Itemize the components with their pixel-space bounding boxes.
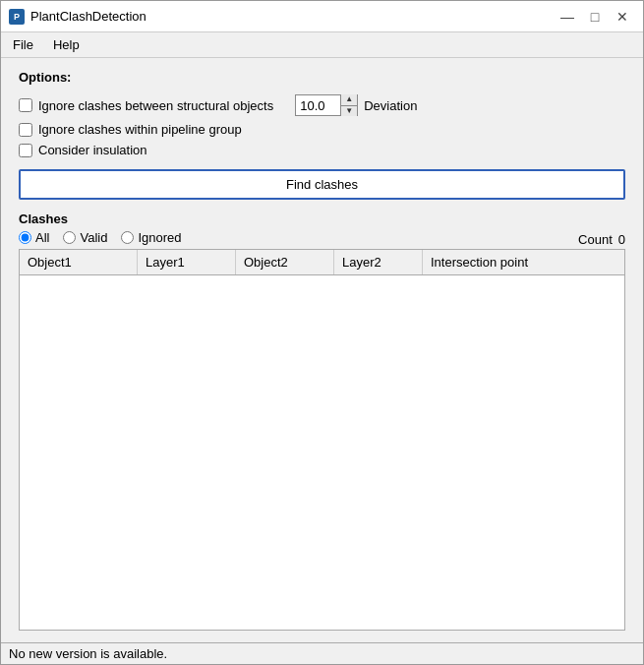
- window-title: PlantClashDetection: [30, 9, 555, 24]
- checkbox-pipeline-label[interactable]: Ignore clashes within pipeline group: [38, 122, 242, 137]
- close-button[interactable]: ✕: [610, 6, 635, 28]
- clashes-section: Clashes All Valid Ignored: [19, 212, 625, 631]
- deviation-input-wrapper: ▲ ▼: [295, 94, 358, 116]
- radio-ignored-input[interactable]: [121, 231, 134, 244]
- spinner-down-button[interactable]: ▼: [341, 106, 357, 117]
- menu-file[interactable]: File: [5, 34, 41, 55]
- count-value: 0: [618, 232, 625, 247]
- option-row-1: Ignore clashes between structural object…: [19, 94, 625, 116]
- checkbox-pipeline[interactable]: [19, 123, 32, 137]
- col-layer1: Layer1: [138, 250, 236, 274]
- options-label: Options:: [19, 70, 625, 85]
- count-label: Count: [578, 232, 613, 247]
- checkbox-structural[interactable]: [19, 98, 32, 112]
- spinner-buttons: ▲ ▼: [340, 94, 357, 116]
- minimize-button[interactable]: —: [555, 6, 580, 28]
- maximize-button[interactable]: □: [582, 6, 608, 28]
- options-section: Options: Ignore clashes between structur…: [19, 70, 625, 157]
- col-intersection: Intersection point: [423, 250, 624, 274]
- radio-valid[interactable]: Valid: [63, 230, 107, 245]
- deviation-input[interactable]: [296, 95, 340, 115]
- clashes-table: Object1 Layer1 Object2 Layer2 Intersecti…: [19, 249, 625, 631]
- radio-valid-label: Valid: [80, 230, 107, 245]
- radio-row: All Valid Ignored: [19, 230, 182, 245]
- table-body: [20, 275, 624, 630]
- col-object1: Object1: [20, 250, 138, 274]
- table-header: Object1 Layer1 Object2 Layer2 Intersecti…: [20, 250, 624, 275]
- status-message: No new version is available.: [9, 646, 167, 661]
- window-controls: — □ ✕: [555, 6, 635, 28]
- radio-ignored[interactable]: Ignored: [121, 230, 181, 245]
- col-object2: Object2: [236, 250, 334, 274]
- title-bar: P PlantClashDetection — □ ✕: [1, 1, 643, 32]
- checkbox-insulation[interactable]: [19, 144, 32, 157]
- checkbox-insulation-label[interactable]: Consider insulation: [38, 143, 147, 157]
- app-icon: P: [9, 9, 25, 25]
- radio-all-label: All: [35, 230, 49, 245]
- radio-ignored-label: Ignored: [138, 230, 181, 245]
- menu-bar: File Help: [1, 32, 643, 58]
- count-row: Count 0: [578, 232, 625, 247]
- deviation-label: Deviation: [364, 98, 417, 113]
- spinner-up-button[interactable]: ▲: [341, 94, 357, 106]
- main-content: Options: Ignore clashes between structur…: [1, 58, 643, 642]
- radio-count-container: All Valid Ignored Count 0: [19, 230, 625, 249]
- menu-help[interactable]: Help: [45, 34, 88, 55]
- checkbox-structural-label[interactable]: Ignore clashes between structural object…: [38, 98, 273, 113]
- radio-all[interactable]: All: [19, 230, 49, 245]
- clashes-header: Clashes: [19, 212, 625, 226]
- find-clashes-button[interactable]: Find clashes: [19, 169, 625, 200]
- main-window: P PlantClashDetection — □ ✕ File Help Op…: [0, 0, 644, 665]
- status-bar: No new version is available.: [1, 642, 643, 664]
- radio-all-input[interactable]: [19, 231, 31, 244]
- option-row-2: Ignore clashes within pipeline group: [19, 122, 625, 137]
- option-row-3: Consider insulation: [19, 143, 625, 157]
- col-layer2: Layer2: [334, 250, 423, 274]
- radio-valid-input[interactable]: [63, 231, 76, 244]
